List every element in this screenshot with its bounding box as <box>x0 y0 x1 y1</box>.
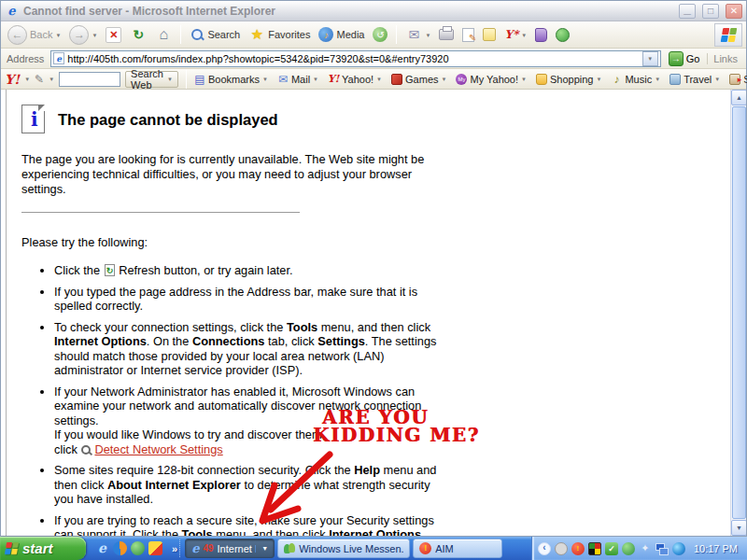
chevron-down-icon[interactable] <box>597 75 602 83</box>
yahoo-item-games[interactable]: Games <box>391 74 446 85</box>
yahoo-search-input[interactable] <box>59 72 120 87</box>
bold-text: Internet Options <box>54 334 147 348</box>
task-button-internet-explorer[interactable]: 49Internet Explorer <box>185 539 275 558</box>
task-button-aim[interactable]: AIM <box>413 539 502 558</box>
messenger-quick-icon[interactable] <box>131 541 145 555</box>
bold-text: About Internet Explorer <box>107 478 241 492</box>
yahoo-item-sign-out[interactable]: Sign Out <box>729 74 747 85</box>
address-dropdown-button[interactable] <box>642 51 658 66</box>
chevron-down-icon[interactable] <box>521 75 527 83</box>
address-input[interactable]: http://405th.com/forums/index.php?showto… <box>50 50 660 67</box>
chevron-down-icon[interactable] <box>376 75 382 83</box>
messenger-online-icon[interactable] <box>622 542 635 555</box>
aim-task-icon <box>419 542 431 554</box>
yahoo-item-shopping[interactable]: Shopping <box>536 74 601 85</box>
home-button[interactable] <box>152 25 175 44</box>
error-intro: The page you are looking for is currentl… <box>21 152 449 197</box>
chevron-down-icon[interactable] <box>313 75 318 83</box>
links-label[interactable]: Links <box>707 53 743 64</box>
yahoo-item-bookmarks[interactable]: Bookmarks <box>194 74 268 85</box>
sign-out-icon <box>729 74 740 85</box>
back-button[interactable]: Back <box>5 24 63 46</box>
scroll-down-icon[interactable] <box>731 520 746 536</box>
yahoo-item-yahoo[interactable]: Yahoo! <box>328 74 382 85</box>
print-icon <box>439 29 454 40</box>
bold-text: Connections <box>192 334 265 348</box>
search-button[interactable]: Search <box>187 26 243 43</box>
chevron-down-icon[interactable] <box>261 545 268 552</box>
security-check-icon[interactable] <box>605 542 618 555</box>
messenger-idle-icon[interactable] <box>555 542 568 555</box>
mail-button[interactable] <box>402 25 433 44</box>
hide-icons-chevron[interactable] <box>538 542 551 555</box>
mail-dropdown-icon[interactable] <box>425 31 430 39</box>
messenger-button[interactable] <box>553 27 572 43</box>
discuss-button[interactable] <box>480 27 499 42</box>
yahoo-logo-icon[interactable] <box>5 73 20 86</box>
color-grid-icon[interactable] <box>588 542 601 555</box>
history-button[interactable] <box>370 26 390 43</box>
media-button[interactable]: Media <box>316 26 367 43</box>
globe-tray-icon[interactable] <box>672 542 685 555</box>
pencil-icon[interactable] <box>35 73 44 86</box>
browser-window: Cannot find server - Microsoft Internet … <box>0 0 747 537</box>
ie-window-icon <box>5 4 19 18</box>
yahoo-messenger-button[interactable] <box>501 28 529 41</box>
vertical-scrollbar[interactable] <box>730 90 746 536</box>
error-bullet-list: Click the Refresh button, or try again l… <box>21 263 444 536</box>
aim-tray-icon[interactable] <box>571 542 585 555</box>
search-web-button[interactable]: Search Web <box>125 71 178 88</box>
pencil-dropdown-icon[interactable] <box>49 75 54 83</box>
chevron-down-icon[interactable] <box>714 75 720 83</box>
bold-text: Tools <box>287 320 317 334</box>
media-player-quick-icon[interactable] <box>113 541 127 555</box>
forward-button[interactable] <box>66 24 100 46</box>
bookmarks-icon <box>194 74 205 85</box>
search-web-dropdown-icon[interactable] <box>167 75 173 83</box>
scrollbar-thumb[interactable] <box>732 106 746 519</box>
back-dropdown-icon[interactable] <box>55 31 61 39</box>
chevron-down-icon[interactable] <box>442 75 447 83</box>
scroll-up-icon[interactable] <box>731 90 746 105</box>
yahoo-messenger-icon <box>504 29 518 40</box>
address-url[interactable]: http://405th.com/forums/index.php?showto… <box>67 53 639 64</box>
quick-launch-overflow-chevron[interactable] <box>172 543 177 554</box>
task-badge: 49 <box>203 543 213 553</box>
start-button[interactable]: start <box>0 537 86 560</box>
research-button[interactable] <box>532 27 550 43</box>
yahoo-item-music[interactable]: Music <box>611 74 660 85</box>
yahoo-toolbar-items: BookmarksMailYahoo!GamesMy Yahoo!Shoppin… <box>194 74 747 85</box>
print-button[interactable] <box>436 28 457 41</box>
yahoo-item-travel[interactable]: Travel <box>669 74 720 85</box>
stop-button[interactable] <box>103 26 124 44</box>
favorites-button[interactable]: Favorites <box>246 25 313 44</box>
detect-network-settings-link[interactable]: Detect Network Settings <box>94 442 222 456</box>
start-label: start <box>22 541 53 555</box>
annotation-line2: KIDDING ME? <box>313 427 480 444</box>
refresh-button[interactable] <box>127 25 149 44</box>
system-tray: 10:17 PM <box>531 537 747 560</box>
yahoo-messenger-dropdown-icon[interactable] <box>521 31 527 39</box>
task-button-windows-live-messen[interactable]: Windows Live Messen... <box>277 539 410 558</box>
wlm-task-icon <box>284 543 295 554</box>
aim-quick-icon[interactable] <box>148 541 162 555</box>
search-label: Search <box>207 29 240 40</box>
star-tray-icon[interactable] <box>639 542 652 555</box>
yahoo-item-my-yahoo[interactable]: My Yahoo! <box>456 74 527 85</box>
minimize-button[interactable] <box>679 4 696 19</box>
yahoo-item-mail[interactable]: Mail <box>277 74 318 85</box>
close-button[interactable] <box>726 4 742 19</box>
forward-dropdown-icon[interactable] <box>92 31 97 39</box>
maximize-button[interactable] <box>702 4 719 19</box>
edit-button[interactable] <box>459 27 477 43</box>
chevron-down-icon[interactable] <box>262 75 268 83</box>
yahoo-logo-dropdown-icon[interactable] <box>24 75 30 83</box>
network-tray-icon[interactable] <box>655 542 669 555</box>
chevron-down-icon[interactable] <box>655 75 660 83</box>
go-label: Go <box>686 53 700 64</box>
yahoo-icon <box>328 74 339 85</box>
title-bar: Cannot find server - Microsoft Internet … <box>1 1 746 21</box>
toolbar-separator <box>180 25 181 44</box>
ie-quick-icon[interactable] <box>95 541 109 555</box>
go-button[interactable]: Go <box>665 51 704 66</box>
